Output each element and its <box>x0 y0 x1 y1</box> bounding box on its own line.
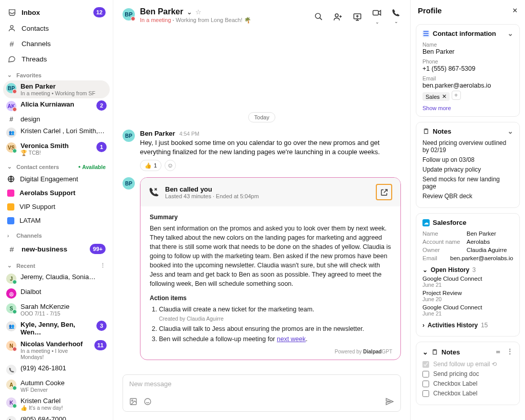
date-separator: Today <box>248 112 275 122</box>
avatar: VS <box>6 142 16 153</box>
recent-item[interactable]: (805) 684-7000 <box>0 413 113 420</box>
chat-title[interactable]: Ben Parker <box>140 7 184 16</box>
panel-title: Profile <box>418 6 442 15</box>
fav-group[interactable]: 👥 Kristen Carlel , Lori Smith,… <box>0 125 113 140</box>
sf-notes-card: ⌄ 🗒 Notes ＝⋮ Send follow up email ⟲ Send… <box>416 342 520 405</box>
close-button[interactable]: ✕ <box>512 7 518 14</box>
activities-history-head[interactable]: ›Activities History 15 <box>422 322 513 329</box>
notes-head[interactable]: 🗒 Notes ⌄ <box>422 128 513 135</box>
show-more-link[interactable]: Show more <box>422 105 513 111</box>
checkbox-row[interactable]: Send pricing doc <box>422 370 513 377</box>
chevron-down-icon: ⌄ <box>7 262 13 269</box>
cc-latam[interactable]: LATAM <box>0 214 113 227</box>
square-icon <box>7 203 14 211</box>
recent-item[interactable]: 👥Kyle, Jenny, Ben, Wen…3 <box>0 319 113 338</box>
section-recent[interactable]: ⌄Recent⋮ <box>0 257 113 271</box>
chevron-down-icon: ⌄ <box>508 30 513 37</box>
add-reaction-button[interactable]: ☺ <box>165 160 176 171</box>
fav-alicia[interactable]: AK Alicia Kurniawan 2 <box>0 98 113 113</box>
popout-button[interactable] <box>376 184 392 200</box>
message-composer[interactable] <box>123 374 401 412</box>
inbox-icon <box>7 8 16 17</box>
action-item: Claudia will talk to Jess about ensuring… <box>159 324 391 333</box>
section-channels[interactable]: ›Channels <box>0 227 113 241</box>
recent-item[interactable]: AAutumn CookeWF Denver <box>0 377 113 395</box>
nav-threads[interactable]: Threads <box>0 51 113 67</box>
recent-item[interactable]: NNicolas VanderhoofIn a meeting • I love… <box>0 338 113 362</box>
avatar: BP <box>123 130 135 142</box>
video-call-button[interactable]: ⌄ <box>371 7 382 26</box>
svg-point-8 <box>145 398 151 405</box>
salesforce-card: ☁ Salesforce NameBen Parker Account name… <box>416 213 520 337</box>
recent-item[interactable]: SSarah McKenzieOOO 7/11 - 7/15 <box>0 301 113 319</box>
recent-item[interactable]: (919) 426-1801 <box>0 362 113 377</box>
profile-panel: Profile ✕ ☰ Contact information ⌄ Name B… <box>410 0 525 420</box>
recent-dialbot[interactable]: ◎Dialbot <box>0 286 113 301</box>
composer-input[interactable] <box>129 380 394 388</box>
checkbox-row[interactable]: Send follow up email ⟲ <box>422 361 513 368</box>
notes-icon: 🗒 <box>422 128 430 135</box>
attach-image-button[interactable] <box>129 397 137 406</box>
send-button[interactable] <box>385 397 394 406</box>
contact-info-head[interactable]: ☰ Contact information ⌄ <box>422 30 513 37</box>
nav-channels[interactable]: # Channels <box>0 36 113 51</box>
star-icon[interactable]: ☆ <box>195 8 201 16</box>
tag-sales[interactable]: Sales ✕ <box>422 92 450 101</box>
more-icon[interactable]: ⋮ <box>100 262 106 269</box>
add-person-button[interactable] <box>332 11 344 23</box>
chevron-right-icon: › <box>7 233 13 239</box>
fav-ben-parker[interactable]: BP Ben Parker In a meeting • Working fro… <box>3 80 110 98</box>
equal-icon[interactable]: ＝ <box>495 347 501 356</box>
history-item[interactable]: Project ReviewJune 20 <box>422 290 513 302</box>
recent-item[interactable]: JJeremy, Claudia, Sonia… <box>0 271 113 286</box>
chevron-down-icon: ⌄ <box>422 266 428 274</box>
section-contact-centers[interactable]: ⌄ Contact centers Available <box>0 158 113 172</box>
chevron-down-icon: ⌄ <box>422 348 428 356</box>
cc-digital[interactable]: Digital Engagement <box>0 172 113 186</box>
voice-call-button[interactable]: ⌄ <box>391 8 401 26</box>
sidebar: Inbox 12 Contacts # Channels Threads ⌄ F… <box>0 0 113 420</box>
search-button[interactable] <box>313 11 324 22</box>
notes-icon: 🗒 <box>431 348 438 355</box>
chat-pane: BP Ben Parker ⌄ ☆ In a meeting · Working… <box>113 0 410 420</box>
action-item: Claudia will create a new ticket for the… <box>159 305 391 323</box>
checkbox-row[interactable]: Checkbox Label <box>422 390 513 397</box>
next-week-link[interactable]: next week <box>277 335 306 343</box>
sf-notes-head[interactable]: ⌄ 🗒 Notes ＝⋮ <box>422 347 513 356</box>
open-history-head[interactable]: ⌄Open History 3 <box>422 266 513 274</box>
checkbox-row[interactable]: Checkbox Label <box>422 380 513 387</box>
nav-inbox[interactable]: Inbox 12 <box>0 4 113 20</box>
section-favorites[interactable]: ⌄ Favorites <box>0 67 113 80</box>
hash-icon: # <box>7 39 16 48</box>
chevron-down-icon[interactable]: ⌄ <box>187 8 192 16</box>
phone-icon <box>6 365 16 375</box>
fav-design[interactable]: # design <box>0 113 113 125</box>
emoji-button[interactable] <box>144 397 152 406</box>
salesforce-head[interactable]: ☁ Salesforce <box>422 219 513 226</box>
chat-header: BP Ben Parker ⌄ ☆ In a meeting · Working… <box>113 0 410 31</box>
avatar: BP <box>6 83 16 93</box>
svg-point-2 <box>315 13 320 18</box>
history-item[interactable]: Google Cloud ConnectJune 21 <box>422 276 513 288</box>
hash-icon: # <box>6 115 16 123</box>
add-tag-button[interactable]: + <box>452 91 461 100</box>
avatar: BP <box>123 8 135 20</box>
powered-by: Powered by DialpadGPT <box>140 349 400 360</box>
note-line: Update privacy policy <box>422 166 513 173</box>
message-text: Hey, I just booked some time on you cale… <box>140 138 401 157</box>
recent-item[interactable]: KKristen Carlel👍 It's a new day! <box>0 395 113 413</box>
share-screen-button[interactable] <box>352 11 363 23</box>
reaction-thumbsup[interactable]: 👍1 <box>140 160 161 171</box>
summary-heading: Summary <box>150 213 391 222</box>
note-line: Review QBR deck <box>422 193 513 200</box>
cc-vip[interactable]: VIP Support <box>0 200 113 214</box>
person-icon <box>7 24 16 33</box>
nav-contacts[interactable]: Contacts <box>0 20 113 36</box>
contact-icon: ☰ <box>422 30 430 37</box>
channel-new-business[interactable]: # new-business 99+ <box>0 241 113 257</box>
cc-aerolabs[interactable]: Aerolabs Support <box>0 186 113 200</box>
more-icon[interactable]: ⋮ <box>507 347 513 356</box>
fav-veronica[interactable]: VS Veronica Smith🏆 TCB! 1 <box>0 140 113 158</box>
avatar: AK <box>6 101 16 111</box>
history-item[interactable]: Google Cloud ConnectJune 21 <box>422 304 513 317</box>
